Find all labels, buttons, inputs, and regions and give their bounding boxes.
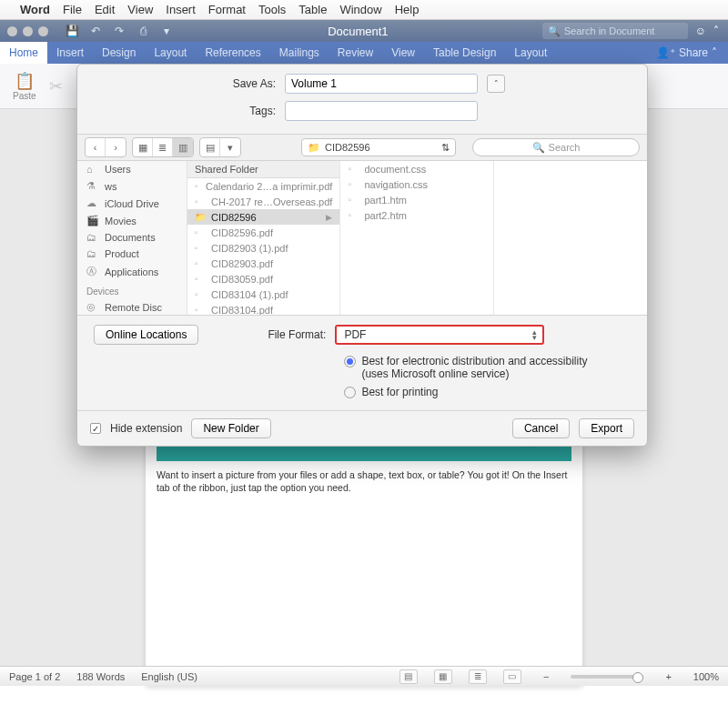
file-name: CID82596.pdf — [211, 227, 273, 238]
sidebar-item[interactable]: ⒶApplications — [77, 262, 187, 281]
file-row[interactable]: ▫Calendario 2…a imprimir.pdf — [187, 178, 339, 194]
view-draft[interactable]: ▭ — [503, 669, 521, 684]
file-row[interactable]: ▫document.css — [340, 161, 492, 176]
view-web-layout[interactable]: ▦ — [434, 669, 452, 684]
chevron-down-icon: ▾ — [220, 138, 240, 156]
path-dropdown[interactable]: 📁 CID82596 ⇅ — [301, 138, 456, 156]
file-name: part1.htm — [364, 195, 406, 206]
forward-icon[interactable]: › — [106, 138, 126, 156]
sidebar-item[interactable]: ⌂Users — [77, 161, 187, 177]
sidebar-label: Users — [105, 164, 131, 175]
menu-window[interactable]: Window — [339, 3, 381, 16]
menu-insert[interactable]: Insert — [166, 3, 196, 16]
file-row[interactable]: ▫CID82903.pdf — [187, 256, 339, 271]
file-row[interactable]: ▫navigation.css — [340, 176, 492, 192]
menu-tools[interactable]: Tools — [258, 3, 286, 16]
image-caption: Want to insert a picture from your files… — [157, 468, 571, 494]
tab-home[interactable]: Home — [0, 42, 47, 64]
undo-icon[interactable]: ↶ — [88, 25, 103, 37]
file-row[interactable]: ▫CID83059.pdf — [187, 271, 339, 287]
zoom-in[interactable]: + — [660, 671, 676, 682]
file-row[interactable]: ▫CID83104.pdf — [187, 302, 339, 315]
file-row[interactable]: ▫CID82903 (1).pdf — [187, 240, 339, 256]
smiley-icon[interactable]: ☺ — [695, 25, 706, 37]
tab-mailings[interactable]: Mailings — [270, 42, 329, 64]
tab-design[interactable]: Design — [93, 42, 145, 64]
view-outline[interactable]: ≣ — [469, 669, 487, 684]
tab-table-design[interactable]: Table Design — [424, 42, 505, 64]
view-print-layout[interactable]: ▤ — [399, 669, 418, 684]
sidebar-label: iCloud Drive — [105, 198, 159, 209]
redo-icon[interactable]: ↷ — [112, 25, 126, 37]
menu-format[interactable]: Format — [208, 3, 246, 16]
cut-button[interactable]: ✂ — [49, 76, 63, 96]
export-button[interactable]: Export — [579, 418, 634, 438]
nav-back-forward[interactable]: ‹› — [85, 137, 126, 157]
tab-layout[interactable]: Layout — [145, 42, 196, 64]
tab-references[interactable]: References — [196, 42, 269, 64]
word-count[interactable]: 188 Words — [76, 671, 125, 682]
sidebar-label: Applications — [105, 267, 158, 277]
file-row[interactable]: ▫part1.htm — [340, 192, 492, 207]
file-row[interactable]: ▫CH-2017 re…Overseas.pdf — [187, 194, 339, 209]
path-label: CID82596 — [325, 142, 370, 153]
save-dialog: Save As: ˄ Tags: ‹› ▦ ≣ ▥ ▤▾ 📁 CID82596 … — [76, 64, 648, 447]
file-row[interactable]: ▫part2.htm — [340, 207, 492, 223]
save-icon[interactable]: 💾 — [65, 25, 79, 37]
zoom-level[interactable]: 100% — [693, 671, 719, 682]
qat-customize-icon[interactable]: ▾ — [159, 25, 174, 37]
list-view-icon[interactable]: ≣ — [153, 138, 173, 156]
tab-review[interactable]: Review — [329, 42, 382, 64]
tab-table-layout[interactable]: Layout — [505, 42, 556, 64]
tags-input[interactable] — [285, 101, 478, 121]
share-button[interactable]: 👤⁺Share˄ — [645, 46, 728, 59]
tab-view[interactable]: View — [382, 42, 424, 64]
print-icon[interactable]: ⎙ — [136, 25, 150, 37]
cancel-button[interactable]: Cancel — [512, 418, 570, 438]
sidebar-item[interactable]: ◎Remote Disc — [77, 298, 187, 315]
file-row[interactable]: ▫CID82596.pdf — [187, 225, 339, 240]
option-electronic[interactable]: Best for electronic distribution and acc… — [344, 352, 631, 383]
view-mode-segment[interactable]: ▦ ≣ ▥ — [132, 137, 194, 157]
menu-file[interactable]: File — [63, 3, 82, 16]
option-printing[interactable]: Best for printing — [344, 383, 631, 401]
folder-icon: 📁 — [195, 212, 206, 222]
scissors-icon: ✂ — [49, 76, 63, 96]
finder-search[interactable]: 🔍 Search — [472, 138, 640, 156]
menu-view[interactable]: View — [127, 3, 153, 16]
file-format-select[interactable]: PDF ▴▾ — [335, 325, 544, 345]
hide-extension-checkbox[interactable]: ✓ — [90, 423, 101, 434]
sidebar-item[interactable]: 🗂Product — [77, 246, 187, 262]
collapse-ribbon-icon[interactable]: ˄ — [713, 25, 719, 37]
column-view-icon[interactable]: ▥ — [173, 138, 193, 156]
file-name: document.css — [364, 164, 426, 175]
search-placeholder: Search in Document — [564, 25, 655, 36]
tab-insert[interactable]: Insert — [47, 42, 93, 64]
menu-table[interactable]: Table — [298, 3, 327, 16]
new-folder-button[interactable]: New Folder — [191, 418, 270, 438]
zoom-out[interactable]: − — [538, 671, 554, 682]
language-indicator[interactable]: English (US) — [141, 671, 197, 682]
back-icon[interactable]: ‹ — [86, 138, 106, 156]
menu-help[interactable]: Help — [395, 3, 420, 16]
paste-button[interactable]: 📋 Paste — [13, 71, 36, 101]
menu-edit[interactable]: Edit — [95, 3, 115, 16]
folder-icon: 📁 — [308, 142, 320, 154]
column-1-header: Shared Folder — [187, 161, 339, 178]
zoom-slider[interactable] — [571, 675, 643, 679]
save-as-input[interactable] — [285, 74, 478, 94]
collapse-dialog-button[interactable]: ˄ — [487, 75, 505, 93]
online-locations-button[interactable]: Online Locations — [94, 325, 198, 345]
group-by-dropdown[interactable]: ▤▾ — [199, 137, 241, 157]
page-indicator[interactable]: Page 1 of 2 — [9, 671, 60, 682]
app-menu[interactable]: Word — [20, 3, 50, 16]
window-controls[interactable] — [0, 26, 56, 36]
sidebar-item[interactable]: ⚗ws — [77, 177, 187, 195]
document-search[interactable]: 🔍 Search in Document — [542, 23, 688, 39]
file-row[interactable]: ▫CID83104 (1).pdf — [187, 287, 339, 302]
icon-view-icon[interactable]: ▦ — [133, 138, 153, 156]
sidebar-item[interactable]: 🗂Documents — [77, 229, 187, 246]
sidebar-item[interactable]: ☁iCloud Drive — [77, 195, 187, 212]
sidebar-item[interactable]: 🎬Movies — [77, 212, 187, 229]
file-row[interactable]: 📁CID82596▶ — [187, 209, 339, 225]
